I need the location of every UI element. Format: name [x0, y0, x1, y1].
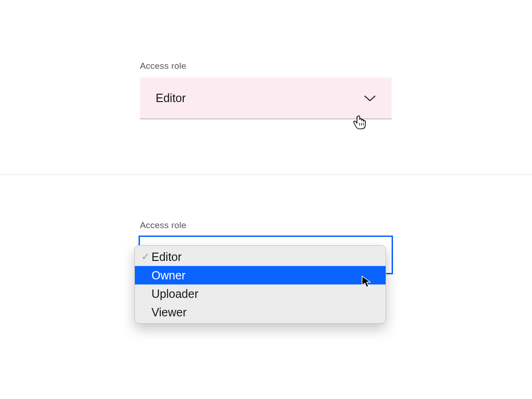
menu-option-label: Viewer: [151, 306, 187, 319]
access-role-label: Access role: [140, 220, 392, 230]
example-divider: [0, 175, 532, 175]
chevron-down-icon: [364, 95, 376, 102]
menu-option-owner[interactable]: Owner: [135, 266, 386, 284]
menu-option-label: Owner: [151, 269, 186, 282]
check-icon: ✓: [140, 252, 151, 262]
dropdown-selected-value: Editor: [156, 91, 186, 105]
access-role-label: Access role: [140, 61, 392, 71]
menu-option-viewer[interactable]: Viewer: [135, 303, 386, 321]
access-role-dropdown[interactable]: Editor: [140, 78, 392, 119]
menu-option-editor[interactable]: ✓ Editor: [135, 248, 386, 266]
menu-option-label: Uploader: [151, 287, 198, 301]
access-role-menu[interactable]: ✓ Editor Owner Uploader Viewer: [134, 245, 386, 324]
menu-option-uploader[interactable]: Uploader: [135, 284, 386, 303]
menu-option-label: Editor: [151, 250, 181, 264]
